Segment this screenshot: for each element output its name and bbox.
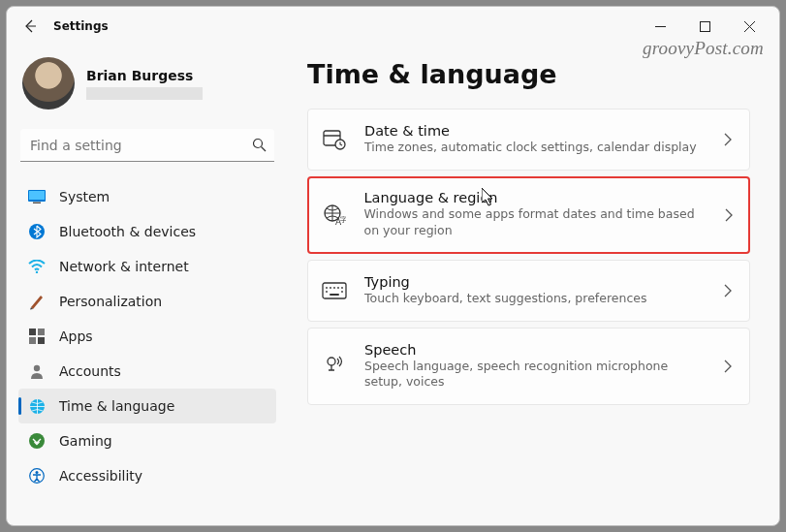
svg-rect-7 (29, 329, 36, 335)
chevron-right-icon (724, 284, 732, 297)
svg-rect-0 (700, 21, 709, 31)
app-title: Settings (53, 19, 109, 33)
svg-point-24 (333, 287, 335, 289)
chevron-right-icon (725, 208, 733, 222)
page-title: Time & language (307, 59, 750, 89)
card-title: Date & time (364, 123, 707, 139)
search-box[interactable] (20, 129, 274, 162)
back-button[interactable] (15, 11, 46, 42)
sidebar-item-label: Personalization (59, 294, 162, 309)
chevron-right-icon (724, 360, 732, 373)
svg-rect-21 (323, 283, 346, 298)
system-icon (28, 188, 46, 205)
card-date-time[interactable]: Date & time Time zones, automatic clock … (307, 109, 750, 171)
sidebar-item-time-language[interactable]: Time & language (18, 389, 276, 423)
bluetooth-icon (28, 223, 46, 240)
svg-point-22 (326, 287, 328, 289)
search-input[interactable] (30, 138, 252, 153)
svg-point-1 (254, 140, 263, 148)
card-language-region[interactable]: A字 Language & region Windows and some ap… (307, 176, 750, 254)
card-typing[interactable]: Typing Touch keyboard, text suggestions,… (307, 260, 750, 322)
sidebar-item-label: Accessibility (59, 468, 142, 484)
sidebar-item-gaming[interactable]: Gaming (18, 423, 276, 458)
sidebar-item-accounts[interactable]: Accounts (18, 354, 276, 389)
card-speech[interactable]: Speech Speech language, speech recogniti… (307, 328, 750, 406)
content-area: Brian Burgess System Bluetooth & devices (7, 46, 779, 525)
card-title: Language & region (364, 190, 707, 205)
profile-email-redacted (86, 87, 203, 100)
apps-icon (28, 328, 46, 345)
close-icon (744, 21, 755, 32)
sidebar: Brian Burgess System Bluetooth & devices (7, 46, 288, 525)
arrow-left-icon (22, 18, 38, 34)
wifi-icon (28, 258, 46, 275)
svg-rect-3 (29, 191, 45, 200)
sidebar-item-label: Accounts (59, 363, 121, 379)
svg-rect-4 (33, 203, 41, 204)
sidebar-item-label: Network & internet (59, 259, 189, 274)
maximize-icon (700, 21, 710, 32)
paintbrush-icon (28, 293, 46, 310)
accessibility-icon (28, 467, 46, 485)
svg-point-11 (34, 365, 40, 371)
clock-globe-icon (28, 397, 46, 415)
sidebar-item-label: Time & language (59, 398, 174, 414)
calendar-clock-icon (322, 127, 347, 152)
sidebar-item-label: Gaming (59, 433, 112, 449)
watermark: groovyPost.com (643, 38, 764, 59)
svg-rect-9 (29, 337, 36, 344)
sidebar-item-system[interactable]: System (18, 179, 276, 214)
svg-point-28 (341, 291, 343, 293)
microphone-icon (322, 354, 347, 379)
gaming-icon (28, 432, 46, 450)
svg-point-30 (328, 358, 335, 365)
svg-rect-10 (38, 337, 45, 344)
card-subtitle: Windows and some apps format dates and t… (364, 206, 707, 239)
svg-point-26 (341, 287, 343, 289)
card-subtitle: Time zones, automatic clock settings, ca… (364, 140, 707, 156)
card-subtitle: Touch keyboard, text suggestions, prefer… (364, 291, 707, 307)
sidebar-item-bluetooth[interactable]: Bluetooth & devices (18, 214, 276, 249)
sidebar-item-label: Apps (59, 329, 93, 344)
svg-point-25 (337, 287, 339, 289)
sidebar-item-personalization[interactable]: Personalization (18, 284, 276, 319)
main-panel: Time & language Date & time Time zones, … (288, 46, 779, 525)
card-title: Speech (364, 342, 707, 358)
svg-rect-29 (330, 294, 339, 296)
globe-language-icon: A字 (322, 203, 347, 228)
sidebar-item-accessibility[interactable]: Accessibility (18, 458, 276, 493)
sidebar-item-label: System (59, 189, 110, 204)
search-icon (252, 138, 267, 152)
svg-point-15 (36, 471, 39, 474)
profile-section[interactable]: Brian Burgess (18, 49, 276, 123)
profile-name: Brian Burgess (86, 68, 203, 83)
sidebar-item-apps[interactable]: Apps (18, 319, 276, 354)
svg-point-27 (326, 291, 328, 293)
svg-rect-8 (38, 329, 45, 335)
svg-text:字: 字 (340, 216, 346, 224)
nav-menu: System Bluetooth & devices Network & int… (18, 179, 276, 493)
sidebar-item-label: Bluetooth & devices (59, 224, 196, 239)
card-title: Typing (364, 274, 707, 290)
cursor-icon (482, 188, 497, 207)
minimize-icon (655, 21, 666, 32)
person-icon (28, 362, 46, 380)
keyboard-icon (322, 278, 347, 303)
chevron-right-icon (724, 133, 732, 146)
sidebar-item-network[interactable]: Network & internet (18, 249, 276, 284)
avatar (22, 57, 75, 110)
settings-window: Settings groovyPost.com Brian Burgess (6, 6, 780, 526)
svg-point-13 (29, 433, 45, 449)
svg-point-23 (330, 287, 331, 289)
svg-point-6 (36, 271, 38, 273)
card-subtitle: Speech language, speech recognition micr… (364, 359, 707, 391)
